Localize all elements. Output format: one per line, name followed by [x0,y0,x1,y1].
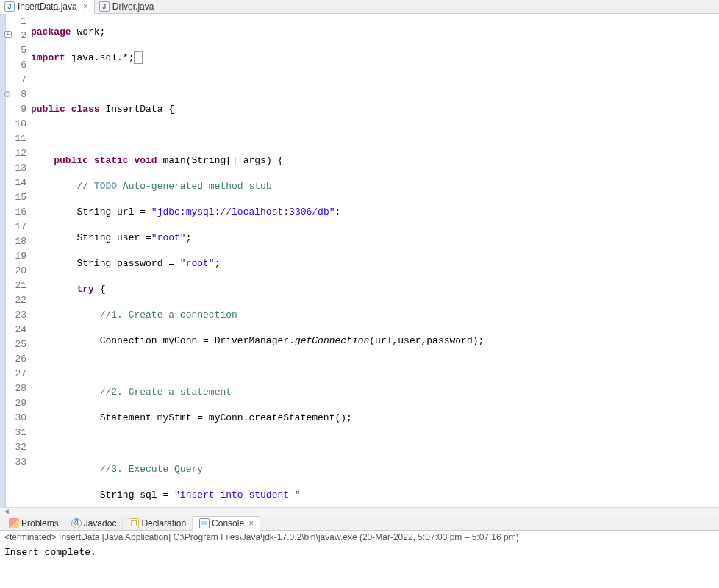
close-icon[interactable]: × [83,2,88,11]
close-icon[interactable]: × [248,518,254,528]
expand-icon[interactable]: + [4,31,12,38]
bottom-view-tabs: Problems Javadoc Declaration Console× [0,516,719,531]
marker-bar [0,14,6,507]
code-editor[interactable]: 1 +2 5 6 7 8 9 10 11 12 13 14 15 16 17 1… [0,14,719,507]
console-status: <terminated> InsertData [Java Applicatio… [0,531,719,544]
horizontal-scrollbar[interactable]: ◄ [0,507,719,516]
declaration-icon [129,518,139,528]
tab-declaration[interactable]: Declaration [123,517,193,530]
tab-label: Driver.java [112,1,154,12]
console-output[interactable]: Insert complete. [0,544,719,588]
java-file-icon: J [4,1,15,12]
tab-console[interactable]: Console× [193,516,260,531]
javadoc-icon [71,518,82,528]
tab-driver[interactable]: J Driver.java [95,0,161,13]
fold-icon[interactable] [4,91,10,97]
console-icon [199,518,210,528]
tab-problems[interactable]: Problems [3,517,65,530]
editor-tabs: J InsertData.java × J Driver.java [0,0,719,14]
tab-javadoc[interactable]: Javadoc [65,517,124,530]
java-file-icon: J [99,1,110,12]
tab-label: InsertData.java [18,1,77,12]
scroll-left-icon[interactable]: ◄ [0,508,13,516]
tab-insertdata[interactable]: J InsertData.java × [0,0,95,14]
problems-icon [9,518,19,528]
code-body[interactable]: package work; import java.sql.*; public … [29,14,719,507]
line-number-gutter: 1 +2 5 6 7 8 9 10 11 12 13 14 15 16 17 1… [6,14,29,507]
